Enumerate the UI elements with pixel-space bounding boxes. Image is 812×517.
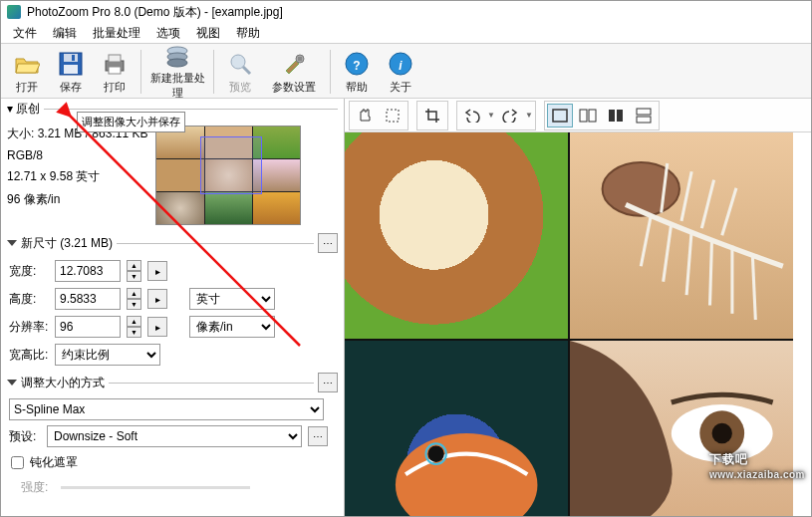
- save-tooltip: 调整图像大小并保存: [77, 112, 185, 132]
- height-link-button[interactable]: ▸: [147, 289, 167, 309]
- tools-icon: [280, 50, 308, 78]
- undo-button[interactable]: [459, 104, 485, 128]
- menu-help[interactable]: 帮助: [230, 23, 266, 44]
- method-select[interactable]: S-Spline Max: [9, 398, 324, 420]
- res-spin-down[interactable]: ▼: [127, 327, 141, 338]
- undo-dropdown-icon[interactable]: ▼: [487, 111, 495, 120]
- svg-rect-25: [637, 117, 651, 123]
- svg-rect-5: [109, 55, 121, 62]
- aspect-label: 宽高比:: [9, 347, 49, 364]
- svg-rect-23: [617, 110, 623, 122]
- marquee-tool-button[interactable]: [380, 104, 406, 128]
- width-label: 宽度:: [9, 263, 49, 280]
- new-batch-button[interactable]: 新建批量处理: [145, 46, 209, 98]
- view-single-button[interactable]: [547, 104, 573, 128]
- toolbar-separator: [140, 50, 141, 94]
- preset-select[interactable]: Downsize - Soft: [47, 425, 302, 447]
- info-dims: 12.71 x 9.58 英寸: [7, 168, 147, 185]
- res-label: 分辨率:: [9, 319, 49, 336]
- watermark: 下载吧 www.xiazaiba.com: [709, 441, 805, 480]
- svg-point-37: [396, 433, 538, 517]
- menu-view[interactable]: 视图: [190, 23, 226, 44]
- help-button[interactable]: ? 帮助: [335, 46, 379, 98]
- svg-point-38: [427, 445, 443, 462]
- unsharp-checkbox[interactable]: [11, 456, 24, 469]
- preview-button[interactable]: 预览: [218, 46, 262, 98]
- width-input[interactable]: [55, 260, 121, 282]
- width-link-button[interactable]: ▸: [147, 261, 167, 281]
- svg-rect-1: [64, 54, 78, 62]
- menu-file[interactable]: 文件: [7, 23, 43, 44]
- image-tile: [570, 341, 793, 517]
- width-spin-up[interactable]: ▲: [127, 260, 141, 271]
- width-spin-down[interactable]: ▼: [127, 271, 141, 282]
- help-icon: ?: [343, 50, 371, 78]
- height-input[interactable]: [55, 288, 121, 310]
- redo-button[interactable]: [497, 104, 523, 128]
- svg-line-30: [710, 238, 712, 305]
- svg-line-36: [722, 188, 736, 236]
- resize-options-button[interactable]: ⋯: [318, 373, 338, 392]
- image-tile: [345, 341, 568, 517]
- height-spin-up[interactable]: ▲: [127, 288, 141, 299]
- watermark-text: 下载吧: [709, 452, 748, 466]
- menu-edit[interactable]: 编辑: [47, 23, 83, 44]
- newsize-header: 新尺寸 (3.21 MB): [21, 235, 113, 252]
- view-split-2-button[interactable]: [603, 104, 629, 128]
- svg-point-42: [712, 422, 732, 443]
- newsize-options-button[interactable]: ⋯: [318, 233, 338, 253]
- printer-icon: [101, 50, 129, 78]
- unit-select[interactable]: 英寸: [189, 288, 275, 310]
- crop-button[interactable]: [419, 104, 445, 128]
- height-label: 高度:: [9, 291, 49, 308]
- view-split-h-button[interactable]: [575, 104, 601, 128]
- image-tile: [345, 132, 568, 339]
- svg-line-28: [664, 223, 672, 282]
- main-toolbar: 打开 保存 打印 新建批量处理 预览: [1, 43, 811, 99]
- params-button[interactable]: 参数设置: [262, 46, 326, 98]
- about-button[interactable]: i 关于: [379, 46, 422, 98]
- svg-rect-13: [298, 57, 302, 61]
- preset-more-button[interactable]: ⋯: [308, 426, 328, 446]
- chevron-down-icon[interactable]: [7, 380, 17, 386]
- res-unit-select[interactable]: 像素/in: [189, 316, 275, 338]
- print-button[interactable]: 打印: [93, 46, 136, 98]
- svg-rect-22: [609, 110, 615, 122]
- chevron-down-icon[interactable]: [7, 240, 17, 246]
- unsharp-label: 钝化遮罩: [30, 454, 78, 471]
- app-icon: [7, 5, 21, 19]
- svg-rect-21: [589, 110, 596, 122]
- info-ppi: 96 像素/in: [7, 191, 147, 208]
- svg-line-35: [701, 180, 713, 229]
- toolbar-separator: [330, 50, 331, 94]
- titlebar: PhotoZoom Pro 8.0 (Demo 版本) - [example.j…: [1, 1, 811, 23]
- svg-rect-18: [387, 110, 399, 122]
- svg-rect-20: [580, 110, 587, 122]
- menu-options[interactable]: 选项: [150, 23, 186, 44]
- svg-line-27: [641, 215, 651, 267]
- svg-point-10: [231, 55, 245, 69]
- info-mode: RGB/8: [7, 148, 147, 162]
- view-split-v-button[interactable]: [631, 104, 657, 128]
- res-spin-up[interactable]: ▲: [127, 316, 141, 327]
- navigator-thumbnail[interactable]: [155, 126, 301, 225]
- aspect-select[interactable]: 约束比例: [55, 344, 160, 366]
- hand-tool-button[interactable]: [352, 104, 378, 128]
- svg-line-11: [243, 67, 250, 74]
- svg-rect-3: [72, 55, 75, 61]
- folder-open-icon: [13, 50, 41, 78]
- svg-line-32: [752, 254, 755, 320]
- batch-icon: [163, 43, 191, 69]
- open-button[interactable]: 打开: [5, 46, 49, 98]
- menu-batch[interactable]: 批量处理: [87, 23, 146, 44]
- svg-rect-19: [553, 110, 567, 122]
- floppy-disk-icon: [57, 50, 85, 78]
- res-input[interactable]: [55, 316, 121, 338]
- redo-dropdown-icon[interactable]: ▼: [525, 111, 533, 120]
- height-spin-down[interactable]: ▼: [127, 299, 141, 310]
- res-link-button[interactable]: ▸: [147, 317, 167, 337]
- magnifier-icon: [226, 50, 254, 78]
- strength-slider[interactable]: [61, 486, 250, 489]
- svg-rect-24: [637, 109, 651, 115]
- save-button[interactable]: 保存: [49, 46, 93, 98]
